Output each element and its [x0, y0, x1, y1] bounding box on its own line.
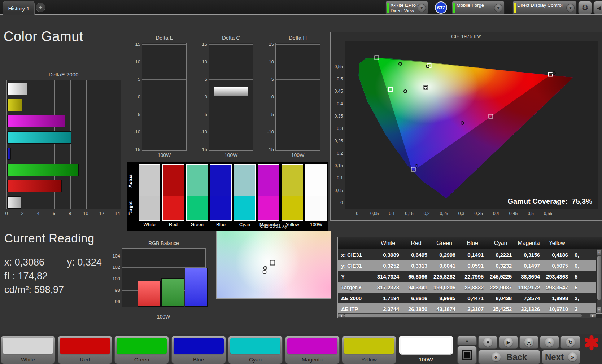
- reading-count-badge[interactable]: 637: [435, 1, 447, 14]
- scroll-down-icon[interactable]: ▼: [597, 307, 601, 313]
- target-swatch: [282, 196, 303, 220]
- target-marker-magenta: [488, 114, 493, 119]
- cie-x-tick: 0,1: [389, 211, 395, 216]
- y-tick-label: -10: [265, 129, 274, 135]
- cie-x-tick: 0,45: [509, 211, 518, 216]
- collap se-panel-button[interactable]: ◀: [593, 1, 602, 14]
- cell-value: 245,5225: [487, 273, 515, 280]
- pattern-button-blue[interactable]: Blue: [171, 336, 226, 364]
- pattern-button-magenta[interactable]: Magenta: [285, 336, 340, 364]
- delta-plot: [209, 43, 253, 151]
- y-tick-label: -5: [132, 111, 140, 117]
- pattern-button-green[interactable]: Green: [114, 336, 169, 364]
- play-button[interactable]: ▶: [499, 336, 518, 349]
- add-tab-button[interactable]: +: [36, 3, 45, 12]
- table-row: y: CIE310,32520,33130,60410,05910,32320,…: [338, 260, 602, 271]
- chevron-down-icon[interactable]: ▼: [566, 4, 575, 12]
- hscroll-thumb[interactable]: [344, 314, 582, 317]
- cell-value: 8,9985: [430, 295, 458, 301]
- cell-value: 6,8616: [402, 295, 430, 301]
- measured-marker-cyan: [403, 89, 407, 93]
- y-tick-label: -5: [199, 111, 207, 117]
- tab-history-1[interactable]: History 1: [3, 1, 35, 15]
- cie1976-plot: Gamut Coverage: 75,3%: [345, 41, 598, 209]
- scroll-left-icon[interactable]: ◀: [338, 314, 344, 317]
- x-tick-label: 2: [21, 211, 23, 216]
- cie-y-tick: 0,25: [331, 139, 343, 144]
- pattern-button-yellow[interactable]: Yellow: [342, 336, 396, 364]
- plus-icon: +: [39, 4, 43, 11]
- pattern-status-indicator: [453, 3, 455, 13]
- scroll-right-icon[interactable]: ▶: [590, 314, 596, 317]
- refresh-button[interactable]: ↻: [560, 336, 580, 349]
- cell-value: 317,2378: [374, 284, 402, 290]
- cell-value: 0,2998: [430, 252, 458, 258]
- cell-value: 222,9037: [487, 284, 515, 290]
- stop-button[interactable]: ■: [478, 336, 497, 349]
- button-label: Cyan: [228, 356, 283, 363]
- gridline: [86, 80, 87, 209]
- pattern-button-cyan[interactable]: Cyan: [228, 336, 283, 364]
- cie-y-tick: 0,4: [331, 101, 343, 106]
- meter-dropdown[interactable]: X-Rite i1Pro 3 Direct View ▼: [385, 1, 428, 14]
- swatch-column-cyan: [234, 164, 256, 221]
- back-button[interactable]: « Back: [478, 350, 540, 364]
- cell-value: 1,8998: [543, 295, 571, 301]
- x-tick-label: 4: [37, 211, 39, 216]
- gridline: [70, 80, 71, 209]
- target-marker: [270, 260, 275, 266]
- chevron-down-icon[interactable]: ▼: [494, 4, 502, 12]
- scroll-up-icon[interactable]: ▲: [597, 250, 601, 255]
- table-horizontal-scrollbar[interactable]: ◀ ▶: [338, 313, 596, 318]
- pattern-footer-bar: WhiteRedGreenBlueCyanMagentaYellow100W ▲…: [0, 334, 602, 364]
- cell-value: 7,2574: [515, 295, 543, 301]
- display-control-dropdown[interactable]: Direct Display Control ▼: [512, 1, 577, 14]
- gridline: [142, 79, 186, 80]
- pattern-button-100w[interactable]: 100W: [399, 336, 453, 364]
- cie-x-tick: 0,3: [458, 211, 464, 216]
- deltae-bar-blue: [7, 148, 11, 160]
- table-vertical-scrollbar[interactable]: ▲ ▼: [596, 249, 602, 313]
- delta-chart-delta-h: Delta H151050-5-10-15100W: [265, 35, 320, 161]
- table-row: Target Y317,237894,3341199,020623,883222…: [338, 282, 602, 293]
- cie-x-tick: 0,35: [475, 211, 483, 216]
- cell-value: 35,4252: [487, 306, 515, 312]
- gridline: [276, 97, 320, 97]
- cie-y-tick: 0,45: [331, 89, 343, 94]
- cell-value: 0,2221: [487, 252, 515, 258]
- loop-button[interactable]: ∞: [540, 336, 559, 349]
- pattern-button-white[interactable]: White: [1, 336, 55, 364]
- actual-swatch: [306, 165, 327, 196]
- chevron-double-right-icon: »: [568, 352, 577, 361]
- column-header: Red: [402, 240, 430, 246]
- pattern-source-dropdown[interactable]: Mobile Forge ▼: [452, 1, 505, 14]
- next-button[interactable]: Next »: [542, 350, 580, 364]
- rgb-balance-plot: [122, 248, 206, 307]
- chevron-down-icon[interactable]: ▼: [418, 4, 426, 12]
- color-swatch: [60, 338, 110, 354]
- control-dropdown-label: Direct Display Control: [517, 3, 563, 8]
- swatch-column-green: [186, 164, 208, 221]
- cell-value: 0,3252: [374, 263, 402, 269]
- vscroll-thumb[interactable]: [597, 256, 601, 300]
- alert-asterisk-icon[interactable]: [583, 334, 600, 351]
- cie-y-tick: 0,05: [331, 188, 343, 193]
- cell-value: 10,6710: [543, 306, 571, 312]
- play-icon: ▶: [504, 338, 513, 347]
- cell-value: 23,8832: [458, 284, 487, 290]
- gridline: [102, 80, 102, 209]
- stop-icon: ■: [483, 338, 492, 347]
- pattern-size-button[interactable]: [−]: [519, 336, 538, 349]
- chart-title: Delta L: [142, 35, 187, 41]
- gridline: [209, 115, 253, 115]
- pattern-button-red[interactable]: Red: [58, 336, 112, 364]
- meter-dropdown-label: X-Rite i1Pro 3 Direct View: [391, 3, 420, 13]
- settings-button[interactable]: ⚙: [578, 1, 592, 14]
- infinity-icon: ∞: [545, 338, 554, 347]
- pattern-size-icon: [−]: [524, 338, 533, 347]
- target-swatch: [306, 196, 327, 220]
- pattern-window-button[interactable]: [457, 346, 477, 364]
- pattern-up-button[interactable]: ▲: [457, 336, 477, 345]
- cie-x-tick: 0,4: [493, 211, 499, 216]
- color-swatch: [117, 338, 167, 354]
